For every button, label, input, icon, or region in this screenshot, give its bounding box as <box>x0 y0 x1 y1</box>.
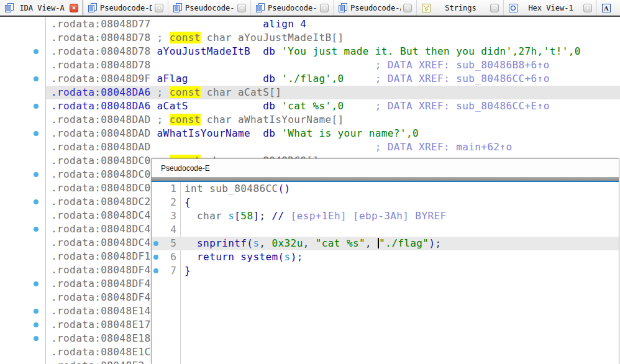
text-segment: .rodata:08048E18 <box>51 332 151 344</box>
tab-label: Pseudocode-D <box>100 4 152 12</box>
tab-partial[interactable]: A <box>597 0 620 16</box>
text-segment: system <box>240 251 278 263</box>
text-segment: 'What is your name?',0 <box>281 127 419 139</box>
text-segment: s <box>253 237 259 249</box>
listing-row[interactable]: .rodata:08048DAD ; DATA XREF: main+62↑o <box>0 140 620 154</box>
tab-pseudocode-c[interactable]: Pseudocode-C× <box>168 0 251 16</box>
listing-line-text: .rodata:08048E14 <box>51 304 151 318</box>
pseudocode-icon <box>173 3 183 13</box>
text-segment: .rodata:08048DC0 <box>51 182 151 194</box>
tab-strings[interactable]: sStrings× <box>417 0 504 16</box>
text-segment: "./flag" <box>379 237 429 249</box>
code-line[interactable]: 7} <box>152 264 619 278</box>
listing-row[interactable]: .rodata:08048D77 align 4 <box>0 17 620 31</box>
text-segment: const <box>170 114 201 125</box>
code-line[interactable]: 1int sub_80486CC() <box>152 182 619 196</box>
tab-pseudocode-a[interactable]: Pseudocode-A× <box>334 0 417 16</box>
text-segment: db <box>263 127 281 139</box>
text-segment: .rodata:08048E2 <box>51 360 145 364</box>
listing-line-text: .rodata:08048E17 <box>51 318 151 332</box>
text-segment: ( <box>278 251 285 263</box>
code-line-text <box>176 223 185 237</box>
code-line[interactable]: 3 char s[58]; // [esp+1Eh] [ebp-3Ah] BYR… <box>152 209 619 223</box>
text-segment: .rodata:08048E17 <box>51 319 151 330</box>
code-line-text: snprintf(s, 0x32u, "cat %s", "./flag"); <box>176 237 441 250</box>
tab-close-button[interactable]: × <box>70 4 78 12</box>
line-marker-dot <box>34 131 39 136</box>
text-segment: .rodata:08048D78 <box>51 45 151 57</box>
listing-line-text: .rodata:08048DC0 <box>51 181 151 195</box>
listing-line-text: .rodata:08048D78 ; const char aYouJustMa… <box>51 31 344 45</box>
text-segment: .rodata:08048D78 <box>51 59 151 71</box>
tab-close-button[interactable]: × <box>490 4 499 12</box>
text-segment <box>151 45 157 57</box>
text-segment: .rodata:08048DC0 <box>51 168 151 180</box>
tab-ida-view-a[interactable]: IDA View-A× <box>0 0 83 16</box>
listing-line-text: .rodata:08048DC0 <box>51 168 151 181</box>
text-segment <box>344 100 375 112</box>
listing-row[interactable]: .rodata:08048DA6 aCatS db 'cat %s',0 ; D… <box>0 99 620 113</box>
line-marker-dot <box>34 281 39 286</box>
line-number: 5 <box>152 237 176 250</box>
tab-close-button[interactable]: × <box>403 4 412 12</box>
line-number: 7 <box>152 264 176 278</box>
tab-label: Hex View-1 <box>521 4 581 12</box>
text-segment: , <box>365 237 378 249</box>
pseudocode-icon <box>88 3 98 13</box>
text-segment: ; <box>151 86 170 98</box>
text-segment: const <box>170 32 201 43</box>
text-segment: .rodata:08048DC4 <box>51 209 151 221</box>
text-segment: ( <box>247 237 253 249</box>
text-segment: sub_80486CC <box>209 183 278 194</box>
tab-label: Pseudocode-A <box>350 4 401 12</box>
tab-close-button[interactable]: × <box>320 4 329 12</box>
listing-row[interactable]: .rodata:08048DAD aWhatIsYourName db 'Wha… <box>0 127 620 140</box>
code-line[interactable]: 6 return system(s); <box>152 250 619 264</box>
tab-close-button[interactable]: × <box>155 4 163 12</box>
line-number: 4 <box>152 223 176 237</box>
code-lines: 1int sub_80486CC()2{3 char s[58]; // [es… <box>152 182 619 278</box>
text-segment: .rodata:08048DC4 <box>51 237 151 248</box>
listing-line-text: .rodata:08048DC2 <box>51 195 151 209</box>
text-segment: .rodata:08048DAD <box>51 141 151 153</box>
code-line[interactable]: 2{ <box>152 196 619 209</box>
text-segment: db <box>263 73 281 84</box>
svg-text:s: s <box>424 5 427 12</box>
text-segment <box>151 127 157 139</box>
text-segment <box>185 251 197 263</box>
listing-line-text: .rodata:08048D77 align 4 <box>51 17 306 31</box>
text-segment: .rodata:08048DAD <box>51 127 151 139</box>
text-segment: s <box>228 210 234 222</box>
text-segment: ; <box>259 210 271 222</box>
tab-pseudocode-d[interactable]: Pseudocode-D× <box>83 0 168 16</box>
listing-line-text: .rodata:08048E18 <box>51 332 151 345</box>
listing-row[interactable]: .rodata:08048D78 aYouJustMadeItB db 'You… <box>0 45 620 58</box>
text-segment: char aWhatIsYourName[] <box>201 114 344 125</box>
listing-row[interactable]: .rodata:08048D78 ; DATA XREF: sub_80486B… <box>0 58 620 72</box>
line-marker-dot <box>34 322 39 327</box>
listing-row[interactable]: .rodata:08048DA6 ; const char aCatS[] <box>0 86 620 99</box>
listing-row[interactable]: .rodata:08048D9F aFlag db './flag',0 ; D… <box>0 72 620 86</box>
text-segment <box>188 73 263 84</box>
tab-close-button[interactable]: × <box>583 4 592 12</box>
text-segment: db <box>263 45 281 57</box>
text-segment: .rodata:08048D77 <box>51 18 151 30</box>
text-segment <box>151 59 375 71</box>
listing-row[interactable]: .rodata:08048DAD ; const char aWhatIsYou… <box>0 113 620 127</box>
line-number: 3 <box>152 209 176 223</box>
window-title-bar[interactable]: Pseudocode-E <box>152 159 619 177</box>
tab-close-button[interactable]: × <box>237 4 246 12</box>
tab-pseudocode-b[interactable]: Pseudocode-B× <box>251 0 334 16</box>
listing-line-text: .rodata:08048E1C <box>51 345 151 359</box>
listing-line-text: .rodata:08048DA6 aCatS db 'cat %s',0 ; D… <box>51 99 550 113</box>
code-line[interactable]: 5 snprintf(s, 0x32u, "cat %s", "./flag")… <box>152 237 619 250</box>
tab-label: Strings <box>434 4 488 12</box>
text-segment: snprintf <box>197 237 247 249</box>
code-line[interactable]: 4 <box>152 223 619 237</box>
tab-hex-view-1[interactable]: Hex View-1× <box>504 0 597 16</box>
text-segment: , <box>259 237 271 249</box>
listing-row[interactable]: .rodata:08048D78 ; const char aYouJustMa… <box>0 31 620 45</box>
text-segment: .rodata:08048DC0 <box>51 155 151 166</box>
text-segment: ) <box>429 237 435 249</box>
tab-label: Pseudocode-C <box>185 4 235 12</box>
